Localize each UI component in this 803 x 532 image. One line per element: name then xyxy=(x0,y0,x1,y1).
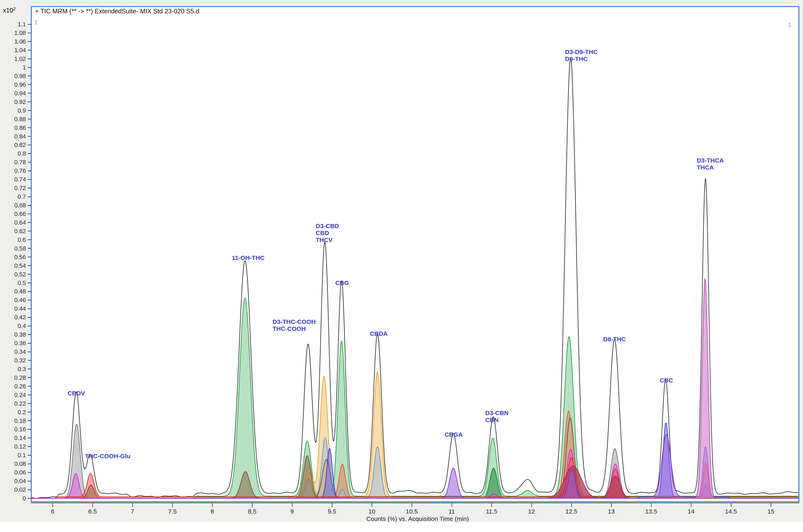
y-tick-mark xyxy=(28,300,31,300)
y-tick-mark xyxy=(28,41,31,42)
x-tick-label: 9.5 xyxy=(320,508,344,515)
y-tick-label: 0.18 xyxy=(2,418,26,424)
trace-fill-orchid xyxy=(32,279,798,498)
trace-line-dark-green xyxy=(32,468,798,498)
y-tick-label: 0.56 xyxy=(2,254,26,261)
x-tick-mark xyxy=(452,503,452,507)
masshunter-chromatogram-window: x102 CBDVTHC-COOH-Glu11-OH-THCD3-THC-COO… xyxy=(0,0,803,532)
trace-fill-purple xyxy=(32,434,798,498)
x-tick-label: 7 xyxy=(120,508,145,515)
x-tick-label: 6 xyxy=(40,508,65,515)
peak-label: D3-CBNCBN xyxy=(485,410,509,423)
x-tick-label: 14.5 xyxy=(719,508,743,515)
y-tick-label: 0.38 xyxy=(2,331,26,338)
y-tick-label: 0.94 xyxy=(2,90,26,97)
y-tick-label: 0.82 xyxy=(2,141,26,148)
y-tick-label: 0.84 xyxy=(2,133,26,140)
trace-fill-maroon xyxy=(32,466,798,498)
peak-label: D3-THC-COOHTHC-COOH xyxy=(273,318,316,332)
trace-fill-gray xyxy=(32,424,798,498)
x-tick-label: 6.5 xyxy=(80,508,105,515)
trace-fill-tan xyxy=(32,418,798,498)
trace-line-vermilion xyxy=(32,411,798,498)
x-tick-label: 8 xyxy=(200,508,225,515)
y-tick-mark xyxy=(28,283,31,283)
y-tick-mark xyxy=(28,153,31,154)
y-tick-mark xyxy=(28,446,31,447)
x-tick-mark xyxy=(491,503,492,507)
y-tick-mark xyxy=(28,24,31,25)
y-tick-label: 0.52 xyxy=(2,271,26,278)
y-tick-mark xyxy=(28,369,31,369)
y-tick-label: 0.88 xyxy=(2,116,26,123)
y-tick-mark xyxy=(28,110,31,111)
y-tick-mark xyxy=(28,240,31,240)
y-tick-mark xyxy=(28,136,31,137)
y-tick-mark xyxy=(28,231,31,231)
trace-line-maroon xyxy=(32,466,798,498)
peak-label: D3-D9-THCD9-THC xyxy=(565,49,598,62)
x-tick-label: 14 xyxy=(679,508,704,515)
y-tick-mark xyxy=(28,420,31,421)
y-tick-label: 0.42 xyxy=(2,314,26,321)
y-tick-mark xyxy=(28,76,31,76)
trace-line-brown xyxy=(32,456,798,498)
trace-fill-dark-green xyxy=(32,468,798,498)
y-tick-mark xyxy=(28,291,31,292)
chromatogram-canvas[interactable]: CBDVTHC-COOH-Glu11-OH-THCD3-THC-COOHTHC-… xyxy=(32,7,799,501)
trace-fill-vermilion xyxy=(32,411,798,498)
y-tick-mark xyxy=(28,395,31,395)
y-tick-label: 0.32 xyxy=(2,357,26,364)
trace-line-tic-envelope xyxy=(32,59,798,498)
y-tick-mark xyxy=(28,162,31,163)
x-tick-label: 11 xyxy=(439,508,464,515)
y-tick-label: 0.72 xyxy=(2,185,26,191)
chromatogram-title: + TIC MRM (** -> **) ExtendedSuite- MIX … xyxy=(35,7,199,15)
y-tick-label: 0.06 xyxy=(2,469,26,476)
y-tick-label: 0.5 xyxy=(2,280,26,286)
trace-fill-green xyxy=(32,298,798,498)
y-tick-label: 0.1 xyxy=(2,452,26,459)
y-tick-mark xyxy=(28,84,31,85)
y-tick-mark xyxy=(28,50,31,51)
y-tick-label: 1.02 xyxy=(2,56,26,62)
plot-area[interactable]: CBDVTHC-COOH-Glu11-OH-THCD3-THC-COOHTHC-… xyxy=(31,6,799,502)
x-tick-label: 15 xyxy=(759,508,783,515)
y-tick-mark xyxy=(28,403,31,404)
y-tick-label: 0.4 xyxy=(2,323,26,329)
x-tick-label: 10.5 xyxy=(399,508,424,515)
peak-label: THC-COOH-Glu xyxy=(85,453,131,459)
y-tick-label: 0.9 xyxy=(2,107,26,114)
x-tick-mark xyxy=(571,503,572,507)
y-tick-label: 0.22 xyxy=(2,400,26,407)
peak-label: D8-THC xyxy=(603,336,626,343)
y-tick-label: 1.08 xyxy=(2,30,26,36)
y-tick-label: 1.1 xyxy=(2,21,26,28)
y-tick-mark xyxy=(28,429,31,430)
y-tick-label: 1.04 xyxy=(2,47,26,54)
x-tick-mark xyxy=(172,503,173,507)
y-tick-mark xyxy=(28,188,31,188)
y-tick-mark xyxy=(28,101,31,102)
x-axis-caption: Counts (%) vs. Acquisition Time (min) xyxy=(340,515,496,522)
y-tick-mark xyxy=(28,205,31,206)
y-tick-label: 0.44 xyxy=(2,305,26,312)
y-tick-mark xyxy=(28,222,31,223)
y-tick-mark xyxy=(28,308,31,309)
y-tick-mark xyxy=(28,317,31,318)
peak-label: D3-THCATHCA xyxy=(697,157,724,171)
trace-line-purple xyxy=(32,434,798,498)
y-tick-mark xyxy=(28,386,31,386)
trace-fill-brown xyxy=(32,456,798,498)
y-tick-label: 0.98 xyxy=(2,73,26,79)
y-tick-mark xyxy=(28,127,31,128)
y-tick-label: 0.78 xyxy=(2,159,26,166)
trace-line-magenta xyxy=(32,449,798,498)
y-tick-mark xyxy=(28,274,31,274)
pane-number-right: 1 xyxy=(788,22,791,28)
x-tick-mark xyxy=(252,503,253,507)
y-tick-label: 0 xyxy=(2,495,26,502)
x-tick-mark xyxy=(771,503,771,507)
trace-line-steel-blue xyxy=(32,437,798,498)
peak-label: CBC xyxy=(660,377,673,384)
